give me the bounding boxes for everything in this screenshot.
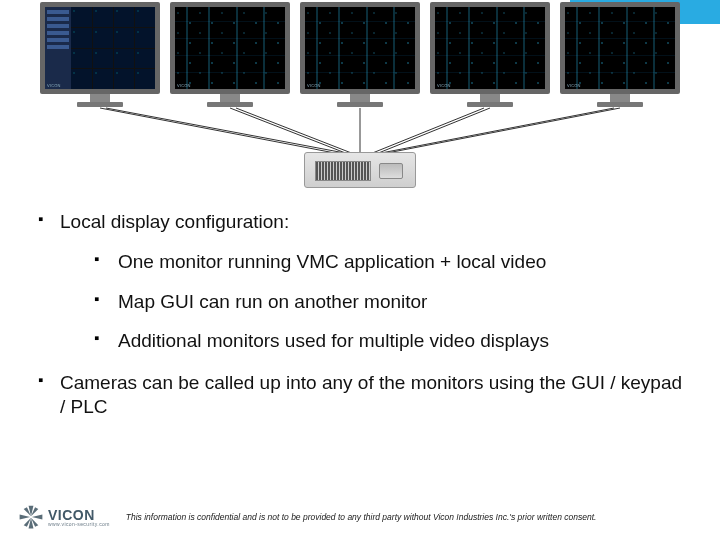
footer: VICON www.vicon-security.com This inform… (18, 504, 702, 530)
bullet-text: Local display configuration: (60, 211, 289, 232)
svg-marker-10 (29, 518, 34, 529)
slide: VICON VICON VICON VICON VICON (0, 0, 720, 540)
monitor-video: VICON (170, 2, 290, 108)
bullet-l2: Additional monitors used for multiple vi… (88, 329, 690, 353)
monitor-video: VICON (300, 2, 420, 108)
bullet-l1: Cameras can be called up into any of the… (30, 371, 690, 419)
logo-brand-text: VICON (48, 508, 110, 522)
monitor-brand-label: VICON (307, 83, 321, 88)
svg-line-7 (376, 108, 614, 154)
bullet-text: Additional monitors used for multiple vi… (118, 330, 549, 351)
bullet-l1: Local display configuration: One monitor… (30, 210, 690, 353)
logo-mark-icon (18, 504, 44, 530)
monitor-video: VICON (430, 2, 550, 108)
brand-logo: VICON www.vicon-security.com (18, 504, 110, 530)
svg-marker-11 (20, 515, 31, 520)
svg-marker-9 (29, 506, 34, 517)
bullet-text: One monitor running VMC application + lo… (118, 251, 546, 272)
svg-line-6 (376, 108, 490, 154)
svg-line-5 (370, 108, 484, 154)
monitor-brand-label: VICON (567, 83, 581, 88)
svg-line-3 (236, 108, 354, 154)
monitor-brand-label: VICON (47, 83, 61, 88)
confidentiality-notice: This information is confidential and is … (126, 512, 702, 522)
system-diagram: VICON VICON VICON VICON VICON (40, 2, 680, 192)
bullet-l2: Map GUI can run on another monitor (88, 290, 690, 314)
monitor-row: VICON VICON VICON VICON VICON (40, 2, 680, 108)
bullet-content: Local display configuration: One monitor… (30, 210, 690, 437)
monitor-brand-label: VICON (437, 83, 451, 88)
svg-line-8 (382, 108, 620, 154)
svg-marker-12 (32, 515, 43, 520)
bullet-text: Map GUI can run on another monitor (118, 291, 427, 312)
bullet-l2: One monitor running VMC application + lo… (88, 250, 690, 274)
bullet-text: Cameras can be called up into any of the… (60, 372, 682, 417)
monitor-video: VICON (560, 2, 680, 108)
logo-site-text: www.vicon-security.com (48, 522, 110, 527)
svg-line-1 (106, 108, 350, 154)
svg-line-0 (100, 108, 340, 154)
server-rack-icon (304, 152, 416, 188)
monitor-brand-label: VICON (177, 83, 191, 88)
monitor-vmc: VICON (40, 2, 160, 108)
svg-line-2 (230, 108, 348, 154)
